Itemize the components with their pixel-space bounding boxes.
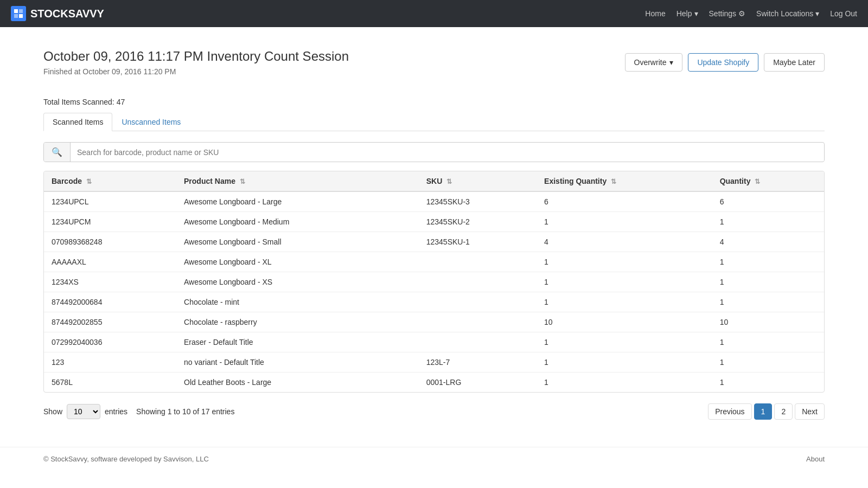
table-row: 1234UPCL Awesome Longboard - Large 12345… [44, 191, 824, 212]
nav-switch-locations[interactable]: Switch Locations ▾ [756, 9, 819, 18]
cell-existing-qty: 1 [537, 252, 712, 272]
cell-product-name: no variant - Default Title [176, 352, 419, 373]
cell-qty: 1 [712, 352, 824, 373]
title-section: October 09, 2016 11:17 PM Inventory Coun… [43, 49, 349, 87]
col-existing-qty[interactable]: Existing Quantity ⇅ [537, 171, 712, 191]
cell-sku: 12345SKU-3 [419, 191, 537, 212]
action-buttons: Overwrite ▾ Update Shopify Maybe Later [625, 53, 825, 72]
cell-product-name: Awesome Longboard - Large [176, 191, 419, 212]
cell-product-name: Chocolate - mint [176, 292, 419, 312]
cell-sku [419, 312, 537, 332]
cell-qty: 1 [712, 332, 824, 352]
cell-existing-qty: 1 [537, 373, 712, 393]
cell-barcode: 874492002855 [44, 312, 176, 332]
cell-sku [419, 272, 537, 292]
entries-select[interactable]: 102550100 [67, 404, 100, 419]
sort-product-icon: ⇅ [240, 178, 245, 185]
cell-sku: 0001-LRG [419, 373, 537, 393]
cell-barcode: 5678L [44, 373, 176, 393]
cell-product-name: Awesome Longboard - XS [176, 272, 419, 292]
overwrite-button[interactable]: Overwrite ▾ [625, 53, 683, 72]
cell-product-name: Old Leather Boots - Large [176, 373, 419, 393]
cell-barcode: 123 [44, 352, 176, 373]
cell-barcode: 070989368248 [44, 232, 176, 252]
items-table-container: Barcode ⇅ Product Name ⇅ SKU ⇅ Existing … [43, 171, 825, 393]
total-items-text: Total Items Scanned: 47 [43, 98, 825, 106]
show-entries: Show 102550100 entries [43, 404, 127, 419]
search-container: 🔍 [43, 142, 825, 162]
cell-qty: 4 [712, 232, 824, 252]
cell-sku [419, 292, 537, 312]
cell-existing-qty: 1 [537, 212, 712, 232]
pagination-controls: Previous 1 2 Next [708, 403, 825, 420]
col-qty[interactable]: Quantity ⇅ [712, 171, 824, 191]
cell-qty: 1 [712, 292, 824, 312]
page-subtitle: Finished at October 09, 2016 11:20 PM [43, 67, 349, 76]
table-row: 5678L Old Leather Boots - Large 0001-LRG… [44, 373, 824, 393]
footer-about[interactable]: About [806, 455, 825, 463]
tab-unscanned-items[interactable]: Unscanned Items [112, 113, 190, 131]
col-barcode[interactable]: Barcode ⇅ [44, 171, 176, 191]
settings-gear-icon: ⚙ [738, 9, 745, 18]
header-section: October 09, 2016 11:17 PM Inventory Coun… [43, 49, 825, 87]
footer-copyright: © StockSavvy, software developed by Savv… [43, 455, 209, 463]
nav-settings[interactable]: Settings ⚙ [709, 9, 746, 18]
cell-existing-qty: 6 [537, 191, 712, 212]
previous-button[interactable]: Previous [708, 403, 751, 420]
cell-sku [419, 252, 537, 272]
cell-existing-qty: 1 [537, 292, 712, 312]
table-row: 1234UPCM Awesome Longboard - Medium 1234… [44, 212, 824, 232]
table-row: 874492002855 Chocolate - raspberry 10 10 [44, 312, 824, 332]
nav-logout[interactable]: Log Out [830, 9, 857, 18]
main-content: October 09, 2016 11:17 PM Inventory Coun… [0, 27, 868, 447]
table-row: 1234XS Awesome Longboard - XS 1 1 [44, 272, 824, 292]
tab-scanned-items[interactable]: Scanned Items [43, 113, 112, 131]
cell-sku: 12345SKU-1 [419, 232, 537, 252]
sort-qty-icon: ⇅ [755, 178, 760, 185]
footer: © StockSavvy, software developed by Savv… [0, 447, 868, 471]
col-sku[interactable]: SKU ⇅ [419, 171, 537, 191]
help-caret: ▾ [694, 9, 698, 18]
search-input[interactable] [71, 144, 824, 161]
cell-barcode: AAAAAXL [44, 252, 176, 272]
page-2-button[interactable]: 2 [774, 403, 793, 420]
svg-rect-1 [19, 9, 23, 13]
cell-existing-qty: 10 [537, 312, 712, 332]
svg-rect-0 [14, 9, 18, 13]
cell-barcode: 874492000684 [44, 292, 176, 312]
next-button[interactable]: Next [795, 403, 825, 420]
overwrite-dropdown-icon: ▾ [669, 58, 673, 67]
cell-qty: 1 [712, 252, 824, 272]
brand-icon [11, 6, 26, 21]
nav-help[interactable]: Help ▾ [676, 9, 698, 18]
brand-name: STOCKSAVVY [30, 8, 104, 20]
cell-barcode: 072992040036 [44, 332, 176, 352]
sort-existing-qty-icon: ⇅ [611, 178, 616, 185]
page-title: October 09, 2016 11:17 PM Inventory Coun… [43, 49, 349, 64]
sort-barcode-icon: ⇅ [86, 178, 92, 185]
page-1-button[interactable]: 1 [754, 403, 773, 420]
cell-existing-qty: 1 [537, 332, 712, 352]
table-row: 123 no variant - Default Title 123L-7 1 … [44, 352, 824, 373]
cell-product-name: Awesome Longboard - Small [176, 232, 419, 252]
table-row: 072992040036 Eraser - Default Title 1 1 [44, 332, 824, 352]
cell-existing-qty: 1 [537, 272, 712, 292]
cell-qty: 1 [712, 272, 824, 292]
nav-home[interactable]: Home [645, 9, 665, 18]
maybe-later-button[interactable]: Maybe Later [764, 53, 825, 72]
cell-barcode: 1234UPCM [44, 212, 176, 232]
table-row: 874492000684 Chocolate - mint 1 1 [44, 292, 824, 312]
pagination-section: Show 102550100 entries Showing 1 to 10 o… [43, 403, 825, 420]
table-row: AAAAAXL Awesome Longboard - XL 1 1 [44, 252, 824, 272]
switch-locations-caret: ▾ [815, 9, 819, 18]
cell-qty: 1 [712, 212, 824, 232]
nav-menu: Home Help ▾ Settings ⚙ Switch Locations … [645, 9, 857, 18]
col-product-name[interactable]: Product Name ⇅ [176, 171, 419, 191]
update-shopify-button[interactable]: Update Shopify [688, 53, 758, 72]
brand-logo[interactable]: STOCKSAVVY [11, 6, 104, 21]
cell-sku: 12345SKU-2 [419, 212, 537, 232]
entries-info: Showing 1 to 10 of 17 entries [136, 407, 234, 416]
table-row: 070989368248 Awesome Longboard - Small 1… [44, 232, 824, 252]
cell-barcode: 1234UPCL [44, 191, 176, 212]
table-header: Barcode ⇅ Product Name ⇅ SKU ⇅ Existing … [44, 171, 824, 191]
